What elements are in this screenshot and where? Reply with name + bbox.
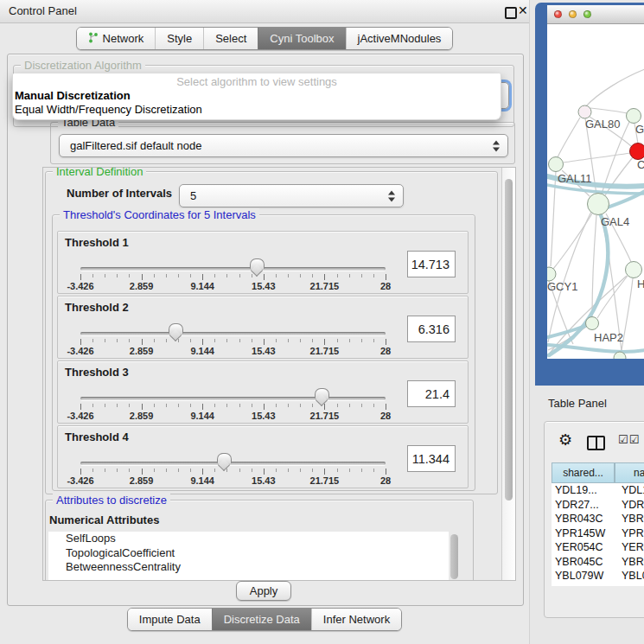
cell-name: YBR0 <box>622 556 644 568</box>
table-row-ybr043c[interactable]: YBR043CYBR0 <box>552 512 644 526</box>
mac-zoom-icon[interactable] <box>583 10 591 18</box>
tab-jactivemnodules-label: jActiveMNodules <box>358 32 442 45</box>
threshold-2-value-field[interactable]: 6.316 <box>407 316 456 342</box>
network-node-label: GAL11 <box>558 172 592 185</box>
slider-ticks <box>80 339 386 346</box>
bottom-tab-discretize-data[interactable]: Discretize Data <box>212 609 311 630</box>
mac-close-icon[interactable] <box>554 10 562 18</box>
tab-cyni-toolbox[interactable]: Cyni Toolbox <box>258 28 345 49</box>
threshold-4-slider-thumb[interactable] <box>217 453 232 463</box>
cyni-toolbox-pane: Discretization Algorithm Select algorith… <box>7 54 524 606</box>
network-node-gal4[interactable] <box>588 194 609 215</box>
threshold-4-value-field[interactable]: 11.344 <box>407 445 456 472</box>
vertical-scrollbar-thumb[interactable] <box>505 179 513 501</box>
top-tab-bar: NetworkStyleSelectCyni ToolboxjActiveMNo… <box>0 27 529 50</box>
column-header-shared[interactable]: shared... <box>552 462 615 483</box>
cell-name: YDR2 <box>622 499 644 511</box>
threshold-2-slider-thumb[interactable] <box>169 323 183 334</box>
vertical-scrollbar[interactable] <box>501 168 516 580</box>
threshold-3-panel: Threshold 3-3.4262.8599.14415.4321.71528… <box>57 360 469 424</box>
bottom-tab-infer-network-label: Infer Network <box>323 613 390 626</box>
table-data-combobox[interactable]: galFiltered.sif default node <box>59 134 508 157</box>
network-edge[interactable] <box>590 108 630 114</box>
network-node-label: C <box>637 158 644 171</box>
float-window-icon[interactable] <box>505 7 517 19</box>
attribute-item-selfloops[interactable]: SelfLoops <box>48 532 449 546</box>
tab-jactivemnodules[interactable]: jActiveMNodules <box>346 28 453 49</box>
control-panel-title: Control Panel <box>9 4 77 17</box>
gear-icon[interactable]: ⚙ <box>558 430 572 450</box>
threshold-1-label: Threshold 1 <box>65 236 129 249</box>
table-row-ybl079w[interactable]: YBL079WYBL0 <box>552 569 644 583</box>
threshold-4-slider-track[interactable] <box>80 462 386 465</box>
algorithm-option-manual-discretization[interactable]: Manual Discretization <box>13 89 501 103</box>
tab-select[interactable]: Select <box>203 28 258 49</box>
bottom-tab-discretize-data-label: Discretize Data <box>224 613 300 626</box>
network-node-label: GAL4 <box>601 215 629 228</box>
network-node-gal11[interactable] <box>549 157 564 172</box>
threshold-1-value-field[interactable]: 14.713 <box>407 251 456 277</box>
network-node-gal80[interactable] <box>578 105 591 118</box>
column-header-name[interactable]: name <box>615 462 644 483</box>
network-edge[interactable] <box>558 118 580 157</box>
attributes-list-scrollbar-thumb[interactable] <box>450 534 458 579</box>
table-row-ydr27-[interactable]: YDR27...YDR2 <box>552 498 644 513</box>
table-data-group: Table Data galFiltered.sif default node <box>50 122 515 164</box>
table-row-ypr145w[interactable]: YPR145WYPR1 <box>552 526 644 541</box>
table-row-ylr345w[interactable]: YLR345WYLR3 <box>552 583 644 587</box>
network-node-label: GA <box>635 123 644 136</box>
network-window-titlebar[interactable] <box>547 5 644 24</box>
network-node-h[interactable] <box>626 262 642 278</box>
slider-tick-labels: -3.4262.8599.14415.4321.71528 <box>80 346 386 356</box>
table-row-yer054c[interactable]: YER054CYER0 <box>552 540 644 555</box>
checkboxes-icon[interactable]: ☑☑ <box>618 433 640 446</box>
network-node-hap2[interactable] <box>586 317 599 330</box>
threshold-3-value-field[interactable]: 21.4 <box>407 380 456 407</box>
number-of-intervals-label: Number of Intervals <box>67 187 172 200</box>
cell-name: YPR1 <box>622 527 644 539</box>
number-of-intervals-spinner[interactable]: 5 <box>179 184 404 207</box>
network-edge[interactable] <box>605 157 633 195</box>
threshold-1-panel: Threshold 1-3.4262.8599.14415.4321.71528… <box>57 231 469 294</box>
algorithm-option-equal-width-frequency-discretization[interactable]: Equal Width/Frequency Discretization <box>13 103 501 117</box>
tab-network[interactable]: Network <box>77 28 156 49</box>
cell-shared-name: YBL079W <box>555 570 603 582</box>
threshold-2-panel: Threshold 2-3.4262.8599.14415.4321.71528… <box>57 296 469 359</box>
mac-minimize-icon[interactable] <box>569 10 577 18</box>
network-edge[interactable] <box>602 122 629 194</box>
network-canvas[interactable]: GAL80GACGAL11GAL4GCY1HHAP2 <box>547 24 644 359</box>
attribute-item-topologicalcoefficient[interactable]: TopologicalCoefficient <box>48 546 449 561</box>
network-node-ga[interactable] <box>627 109 641 124</box>
threshold-4-panel: Threshold 4-3.4262.8599.14415.4321.71528… <box>57 425 469 488</box>
attribute-item-betweennesscentrality[interactable]: BetweennessCentrality <box>48 560 449 575</box>
cell-shared-name: YDR27... <box>555 499 599 511</box>
network-graph: GAL80GACGAL11GAL4GCY1HHAP2 <box>547 24 644 359</box>
network-edge[interactable] <box>564 153 630 163</box>
network-edge[interactable] <box>586 69 644 106</box>
network-node-label: HAP2 <box>594 331 623 344</box>
network-node-label: GCY1 <box>547 280 577 293</box>
threshold-2-slider-track[interactable] <box>80 332 386 335</box>
table-row-ybr045c[interactable]: YBR045CYBR0 <box>552 555 644 570</box>
threshold-3-slider-thumb[interactable] <box>315 388 329 399</box>
threshold-1-slider-thumb[interactable] <box>250 258 265 269</box>
tab-style-label: Style <box>167 32 192 45</box>
threshold-1-slider-track[interactable] <box>80 267 386 271</box>
table-row-ydl19-[interactable]: YDL19...YDL1 <box>552 483 644 498</box>
thresholds-group-title: Threshold's Coordinates for 5 Intervals <box>60 208 259 221</box>
threshold-3-slider-track[interactable] <box>80 397 386 400</box>
cell-name: YBR0 <box>622 513 644 525</box>
algorithm-placeholder-option[interactable]: Select algorithm to view settings <box>13 73 501 89</box>
bottom-tab-impute-data[interactable]: Impute Data <box>128 609 212 630</box>
control-panel: Control Panel ✕ NetworkStyleSelectCyni T… <box>0 0 529 644</box>
network-node-gcy1[interactable] <box>547 267 556 281</box>
columns-icon[interactable] <box>587 436 605 450</box>
slider-tick-labels: -3.4262.8599.14415.4321.71528 <box>80 475 386 486</box>
cell-shared-name: YER054C <box>555 541 603 553</box>
tab-style[interactable]: Style <box>155 28 203 49</box>
apply-button[interactable]: Apply <box>236 581 291 601</box>
cell-shared-name: YPR145W <box>555 527 605 539</box>
bottom-tab-infer-network[interactable]: Infer Network <box>311 609 401 630</box>
network-node-c[interactable] <box>630 143 644 160</box>
close-icon[interactable]: ✕ <box>518 3 528 17</box>
